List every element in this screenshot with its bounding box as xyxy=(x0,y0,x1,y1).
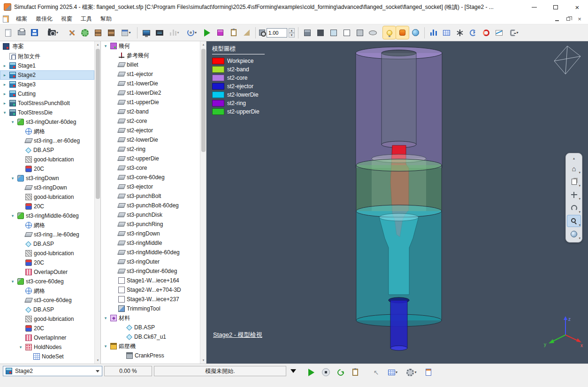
user-tools-button[interactable] xyxy=(65,26,78,39)
scroll-thumb[interactable] xyxy=(201,49,206,152)
tree-item[interactable]: st3-core-60deg xyxy=(0,296,94,305)
zoom-down-button[interactable]: ▼ xyxy=(289,33,295,38)
menu-item-3[interactable]: 工具 xyxy=(76,14,96,24)
mdi-close-button[interactable]: × xyxy=(575,15,584,23)
environment-button[interactable] xyxy=(409,26,422,39)
tree-item[interactable]: good-lubrication xyxy=(0,249,94,258)
tree-item[interactable]: st3-ringOuter-60deg xyxy=(101,266,200,276)
tree-item[interactable]: good-lubrication xyxy=(0,155,94,164)
tree-item[interactable]: st2-band xyxy=(101,107,200,116)
simulation-control-button[interactable]: ▾ xyxy=(183,26,200,39)
render-mode-button[interactable]: ▾ xyxy=(567,228,581,240)
tree-item[interactable]: 20C xyxy=(0,202,94,211)
tree-item[interactable]: NodeSet xyxy=(0,352,94,361)
tree-item[interactable]: st3-core xyxy=(101,163,200,173)
result-display-button[interactable] xyxy=(153,26,166,39)
screenshot-button[interactable]: ▾ xyxy=(45,26,61,39)
tree-item[interactable]: TrimmingTool xyxy=(101,304,200,313)
zoom-probe-button[interactable]: ▾ xyxy=(567,215,581,227)
viewport-3d[interactable]: 模型圖標 Workpiecest2-bandst2-corest2-ejecto… xyxy=(206,41,588,364)
tree-item[interactable]: st1-upperDie xyxy=(101,98,200,107)
tree-item[interactable]: DB.ASP xyxy=(0,239,94,249)
open-project-button[interactable] xyxy=(15,26,28,39)
scroll-thumb[interactable] xyxy=(96,49,100,199)
view-flat-button[interactable] xyxy=(353,26,366,39)
chevron-expanded-icon[interactable]: ▾ xyxy=(10,120,15,124)
view-quad-button[interactable] xyxy=(340,26,353,39)
status-dropdown-button[interactable] xyxy=(288,366,298,376)
tree-item[interactable]: CrankPress xyxy=(101,351,200,360)
result-table-button[interactable] xyxy=(440,26,453,39)
tree-item[interactable]: st2-upperDie xyxy=(101,154,200,163)
tree-item[interactable]: st2-ejector xyxy=(101,126,200,135)
tree-item[interactable]: good-lubrication xyxy=(0,192,94,202)
fit-view-button[interactable]: ▾ xyxy=(567,189,581,201)
chevron-collapsed-icon[interactable]: ▸ xyxy=(2,63,8,68)
tree-item[interactable]: st3-punchRing xyxy=(101,220,200,229)
chevron-collapsed-icon[interactable]: ▸ xyxy=(2,91,8,96)
tree-item[interactable]: st1-ejector xyxy=(101,69,200,79)
tree-item[interactable]: ▸Stage1 xyxy=(0,61,94,70)
tree-item[interactable]: 網格 xyxy=(0,286,94,296)
tree-item[interactable]: OverlapInner xyxy=(0,333,94,342)
process-properties-button[interactable] xyxy=(78,26,91,39)
clamp-tool-button[interactable]: ▾ xyxy=(506,26,523,39)
view-lens-button[interactable] xyxy=(367,26,379,39)
settings-button[interactable]: ▾ xyxy=(403,366,420,379)
save-button[interactable] xyxy=(28,26,41,39)
tree-item[interactable]: ▾HoldNodes xyxy=(0,342,94,352)
material-flow-button[interactable] xyxy=(480,26,492,39)
insert-die-button[interactable] xyxy=(92,26,104,39)
view-presets-button[interactable]: ▾ xyxy=(567,175,581,188)
history-chart-button[interactable]: ▾ xyxy=(166,26,183,39)
tree-item[interactable]: st3-ring...le-60deg xyxy=(0,230,94,239)
chevron-expanded-icon[interactable]: ▾ xyxy=(103,44,108,48)
close-button[interactable]: × xyxy=(566,0,588,14)
tree-item[interactable]: Stage2-W...e+704-3D xyxy=(101,285,200,295)
tree-item[interactable]: ▾材料 xyxy=(101,313,200,323)
view-scroll-up-button[interactable]: ▲ xyxy=(567,155,581,161)
tree-item[interactable]: billet xyxy=(101,60,200,69)
tree-item[interactable]: 20C xyxy=(0,324,94,333)
scroll-down-icon[interactable]: ▼ xyxy=(200,357,206,364)
menu-item-1[interactable]: 最佳化 xyxy=(31,14,57,24)
view-solid-button[interactable] xyxy=(301,26,313,39)
tree-item[interactable]: 20C xyxy=(0,258,94,267)
tree-item[interactable]: DB.ASP xyxy=(101,323,200,332)
tree-item[interactable]: st3-ring...er-60deg xyxy=(0,136,94,145)
tree-item[interactable]: st3-ringMiddle-60deg xyxy=(101,248,200,257)
stage-select[interactable]: Stage2 xyxy=(3,366,102,376)
tree-item[interactable]: 網格 xyxy=(0,127,94,136)
insert-workpiece-button[interactable] xyxy=(105,26,117,39)
home-view-button[interactable]: ⌂▾ xyxy=(567,162,581,175)
tree-item[interactable]: Stage1-W...iece+164 xyxy=(101,276,200,285)
tree-item[interactable]: st3-punchBolt-60deg xyxy=(101,201,200,210)
minimize-button[interactable] xyxy=(523,0,545,14)
measure-button[interactable] xyxy=(240,26,253,39)
mdi-minimize-button[interactable] xyxy=(552,15,562,23)
tree-item[interactable]: OverlapOuter xyxy=(0,267,94,277)
tree-item[interactable]: ▸Stage3 xyxy=(0,80,94,89)
chevron-collapsed-icon[interactable]: ▸ xyxy=(2,82,8,87)
mdi-restore-button[interactable] xyxy=(564,15,573,23)
chevron-expanded-icon[interactable]: ▾ xyxy=(18,345,23,349)
new-file-button[interactable] xyxy=(2,26,15,39)
curve-plot-button[interactable] xyxy=(493,26,505,39)
geometry-scrollbar[interactable]: ▲ ▼ xyxy=(200,41,206,364)
project-scrollbar[interactable]: ▲ ▼ xyxy=(94,41,100,364)
tree-item[interactable]: st3-ringDown xyxy=(101,229,200,238)
tree-item[interactable]: ▸ToolStressPunchBolt xyxy=(0,99,94,108)
update-loop-button[interactable] xyxy=(466,26,479,39)
tree-item[interactable]: st3-ejector xyxy=(101,182,200,191)
tree-item[interactable]: ▸Stage2 xyxy=(0,70,94,80)
tree-item[interactable]: 網格 xyxy=(0,220,94,230)
chevron-expanded-icon[interactable]: ▾ xyxy=(10,213,15,218)
orbit-view-button[interactable]: ▾ xyxy=(567,202,581,214)
scroll-up-icon[interactable]: ▲ xyxy=(200,41,206,48)
chevron-expanded-icon[interactable]: ▾ xyxy=(10,176,15,181)
protocol-button[interactable] xyxy=(227,26,240,39)
tree-item[interactable]: st3-ringOuter xyxy=(101,257,200,266)
mesh-refinement-button[interactable] xyxy=(453,26,466,39)
view-wireframe-button[interactable] xyxy=(314,26,327,39)
chevron-expanded-icon[interactable]: ▾ xyxy=(2,110,8,115)
